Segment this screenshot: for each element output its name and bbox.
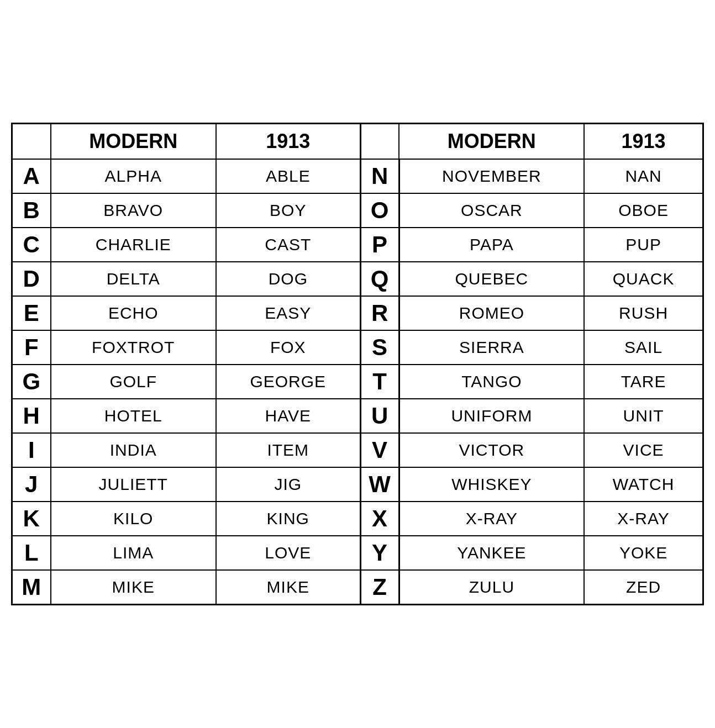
old-left: CAST	[216, 228, 360, 262]
letter-right: V	[360, 433, 399, 467]
letter-left: E	[12, 296, 51, 330]
table-row: CCHARLIECASTPPAPAPUP	[12, 228, 703, 262]
letter-right: P	[360, 228, 399, 262]
old-right: NAN	[584, 159, 703, 193]
old-left: KING	[216, 502, 360, 536]
old-left: DOG	[216, 262, 360, 296]
header-letter-right	[360, 124, 399, 160]
modern-right: OSCAR	[399, 193, 584, 228]
old-left: LOVE	[216, 536, 360, 570]
letter-left: L	[12, 536, 51, 570]
header-row: MODERN 1913 MODERN 1913	[12, 124, 703, 160]
old-right: SAIL	[584, 330, 703, 365]
header-modern-right: MODERN	[399, 124, 584, 160]
table-row: JJULIETTJIGWWHISKEYWATCH	[12, 467, 703, 502]
modern-left: FOXTROT	[51, 330, 217, 365]
modern-right: QUEBEC	[399, 262, 584, 296]
phonetic-alphabet-table: MODERN 1913 MODERN 1913 AALPHAABLENNOVEM…	[11, 123, 704, 605]
modern-right: SIERRA	[399, 330, 584, 365]
modern-left: MIKE	[51, 570, 217, 605]
old-right: QUACK	[584, 262, 703, 296]
letter-left: C	[12, 228, 51, 262]
letter-right: Q	[360, 262, 399, 296]
old-left: JIG	[216, 467, 360, 502]
letter-right: Z	[360, 570, 399, 605]
old-left: BOY	[216, 193, 360, 228]
modern-right: TANGO	[399, 365, 584, 399]
old-right: OBOE	[584, 193, 703, 228]
letter-left: D	[12, 262, 51, 296]
table-row: MMIKEMIKEZZULUZED	[12, 570, 703, 605]
modern-left: JULIETT	[51, 467, 217, 502]
modern-right: ROMEO	[399, 296, 584, 330]
letter-right: R	[360, 296, 399, 330]
letter-right: W	[360, 467, 399, 502]
letter-left: G	[12, 365, 51, 399]
modern-left: DELTA	[51, 262, 217, 296]
modern-right: VICTOR	[399, 433, 584, 467]
old-right: YOKE	[584, 536, 703, 570]
letter-right: O	[360, 193, 399, 228]
modern-left: KILO	[51, 502, 217, 536]
table-row: LLIMALOVEYYANKEEYOKE	[12, 536, 703, 570]
old-left: ITEM	[216, 433, 360, 467]
table-row: DDELTADOGQQUEBECQUACK	[12, 262, 703, 296]
letter-right: N	[360, 159, 399, 193]
old-left: HAVE	[216, 399, 360, 433]
header-modern-left: MODERN	[51, 124, 217, 160]
letter-left: F	[12, 330, 51, 365]
modern-right: PAPA	[399, 228, 584, 262]
modern-right: X-RAY	[399, 502, 584, 536]
modern-right: YANKEE	[399, 536, 584, 570]
header-1913-right: 1913	[584, 124, 703, 160]
letter-left: I	[12, 433, 51, 467]
letter-right: Y	[360, 536, 399, 570]
header-letter-left	[12, 124, 51, 160]
table-row: HHOTELHAVEUUNIFORMUNIT	[12, 399, 703, 433]
modern-left: ALPHA	[51, 159, 217, 193]
modern-right: UNIFORM	[399, 399, 584, 433]
old-left: MIKE	[216, 570, 360, 605]
old-right: PUP	[584, 228, 703, 262]
table-row: IINDIAITEMVVICTORVICE	[12, 433, 703, 467]
letter-right: U	[360, 399, 399, 433]
letter-right: T	[360, 365, 399, 399]
letter-left: H	[12, 399, 51, 433]
table-row: KKILOKINGXX-RAYX-RAY	[12, 502, 703, 536]
old-right: VICE	[584, 433, 703, 467]
header-1913-left: 1913	[216, 124, 360, 160]
table-row: BBRAVOBOYOOSCAROBOE	[12, 193, 703, 228]
modern-left: LIMA	[51, 536, 217, 570]
letter-right: X	[360, 502, 399, 536]
old-left: ABLE	[216, 159, 360, 193]
modern-left: BRAVO	[51, 193, 217, 228]
letter-left: M	[12, 570, 51, 605]
old-right: X-RAY	[584, 502, 703, 536]
old-right: UNIT	[584, 399, 703, 433]
table-row: GGOLFGEORGETTANGOTARE	[12, 365, 703, 399]
modern-left: INDIA	[51, 433, 217, 467]
old-left: EASY	[216, 296, 360, 330]
letter-left: B	[12, 193, 51, 228]
old-right: TARE	[584, 365, 703, 399]
table-row: EECHOEASYRROMEORUSH	[12, 296, 703, 330]
modern-left: ECHO	[51, 296, 217, 330]
old-right: ZED	[584, 570, 703, 605]
modern-left: GOLF	[51, 365, 217, 399]
modern-right: ZULU	[399, 570, 584, 605]
letter-right: S	[360, 330, 399, 365]
modern-left: CHARLIE	[51, 228, 217, 262]
table-row: FFOXTROTFOXSSIERRASAIL	[12, 330, 703, 365]
modern-right: NOVEMBER	[399, 159, 584, 193]
letter-left: J	[12, 467, 51, 502]
modern-right: WHISKEY	[399, 467, 584, 502]
old-right: WATCH	[584, 467, 703, 502]
letter-left: K	[12, 502, 51, 536]
modern-left: HOTEL	[51, 399, 217, 433]
old-right: RUSH	[584, 296, 703, 330]
table-row: AALPHAABLENNOVEMBERNAN	[12, 159, 703, 193]
old-left: GEORGE	[216, 365, 360, 399]
old-left: FOX	[216, 330, 360, 365]
letter-left: A	[12, 159, 51, 193]
